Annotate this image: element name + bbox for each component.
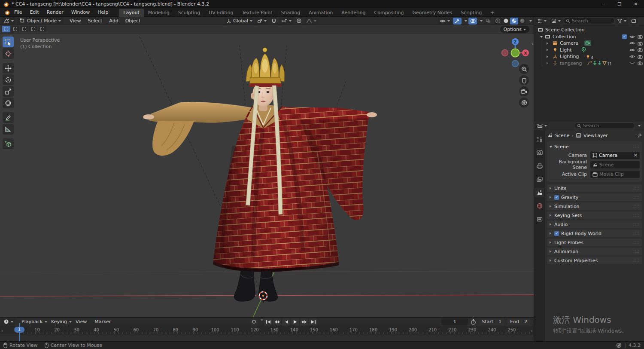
next-keyframe-button[interactable] <box>300 318 308 325</box>
expand-chevron-icon[interactable] <box>547 62 550 64</box>
end-frame-field[interactable]: End 2 <box>507 318 530 325</box>
gizmo-x-neg-axis[interactable] <box>502 50 508 56</box>
timeline-menu-view[interactable]: View <box>72 319 91 325</box>
timeline-menu-playback[interactable]: Playback <box>18 319 46 325</box>
snap-toggle[interactable] <box>270 18 278 24</box>
viewport-canvas[interactable] <box>0 34 534 317</box>
tool-measure[interactable] <box>3 124 14 135</box>
blender-menu-icon[interactable] <box>4 9 10 15</box>
show-overlays-toggle[interactable] <box>468 18 477 24</box>
properties-search-input[interactable]: Search <box>575 122 634 129</box>
disable-render-camera-icon[interactable] <box>638 61 643 65</box>
new-collection-button[interactable] <box>629 18 638 24</box>
panel-keying-sets[interactable]: Keying Sets:::: <box>547 211 642 219</box>
timeline-menu-marker[interactable]: Marker <box>91 319 115 325</box>
viewport-menu-view[interactable]: View <box>66 18 84 24</box>
active-clip-field[interactable]: Movie Clip <box>590 171 640 178</box>
select-mode-extend-button[interactable] <box>11 26 19 32</box>
workspace-tab-geometry-nodes[interactable]: Geometry Nodes <box>408 9 456 17</box>
shading-material-button[interactable] <box>510 18 518 24</box>
tab-view-layer[interactable] <box>535 174 544 184</box>
properties-options-dropdown[interactable] <box>638 125 641 128</box>
pivot-point-dropdown[interactable] <box>255 18 268 24</box>
stopwatch-icon[interactable] <box>471 319 476 325</box>
outliner-row-lighting[interactable]: Lighting 4 <box>542 53 644 60</box>
tab-render[interactable] <box>535 148 544 157</box>
outliner-display-mode-dropdown[interactable] <box>550 18 562 24</box>
gizmo-y-axis[interactable] <box>511 49 519 57</box>
timeline-collapse-arrow[interactable]: ‹ <box>531 328 533 334</box>
timeline-track-area[interactable] <box>0 334 534 341</box>
previous-keyframe-button[interactable] <box>273 318 281 325</box>
panel-simulation[interactable]: Simulation:::: <box>547 202 642 210</box>
panel-animation[interactable]: Animation:::: <box>547 248 642 255</box>
timeline-editor-type-button[interactable] <box>2 318 15 325</box>
hide-eye-icon[interactable] <box>629 35 635 39</box>
tab-collection-props[interactable] <box>535 214 544 224</box>
panel-units[interactable]: Units:::: <box>547 184 642 192</box>
outliner-row-scene-collection[interactable]: Scene Collection <box>534 27 644 34</box>
shading-solid-button[interactable] <box>502 18 510 24</box>
menu-window[interactable]: Window <box>67 9 94 15</box>
workspace-tab-compositing[interactable]: Compositing <box>370 9 408 17</box>
panel-gravity[interactable]: ✓Gravity:::: <box>547 193 642 201</box>
tool-select-box[interactable] <box>3 37 14 47</box>
minimize-button[interactable]: ─ <box>595 0 611 8</box>
workspace-tab-layout[interactable]: Layout <box>119 9 143 17</box>
hide-eye-icon[interactable] <box>629 41 635 45</box>
panel-light-probes[interactable]: Light Probes:::: <box>547 239 642 246</box>
auto-keying-toggle[interactable] <box>250 318 258 325</box>
pin-icon[interactable] <box>637 133 642 138</box>
outliner-filter-button[interactable] <box>616 18 628 24</box>
show-gizmo-toggle[interactable] <box>453 18 462 24</box>
timeline-ruler[interactable]: › ‹ 102030405060708090100110120130140150… <box>0 326 534 334</box>
outliner-row-collection[interactable]: Collection ✓ <box>534 34 644 40</box>
disable-render-camera-icon[interactable] <box>638 55 643 59</box>
gravity-checkbox[interactable]: ✓ <box>554 195 559 200</box>
zoom-button[interactable] <box>519 64 529 74</box>
tab-output[interactable] <box>535 161 544 171</box>
tool-rotate[interactable] <box>3 74 14 85</box>
outliner-row-light[interactable]: Light <box>542 47 644 54</box>
select-mode-intersect-button[interactable] <box>38 26 46 32</box>
disable-render-camera-icon[interactable] <box>638 41 643 46</box>
proportional-editing-toggle[interactable] <box>295 18 303 24</box>
expand-chevron-icon[interactable] <box>547 49 550 51</box>
timeline-channel-expand-arrow[interactable]: › <box>1 328 3 334</box>
menu-render[interactable]: Render <box>43 9 67 15</box>
scene-panel-header[interactable]: Scene :::: <box>550 143 640 150</box>
xray-toggle[interactable] <box>484 18 492 24</box>
rigid-body-world-checkbox[interactable]: ✓ <box>554 231 559 236</box>
menu-edit[interactable]: Edit <box>26 9 43 15</box>
workspace-tab-texture-paint[interactable]: Texture Paint <box>238 9 277 17</box>
outliner-search-input[interactable]: Search <box>564 18 614 24</box>
tool-scale[interactable] <box>3 86 14 97</box>
navigation-gizmo[interactable]: Z X Y <box>499 36 531 67</box>
disable-render-camera-icon[interactable] <box>638 48 643 52</box>
expand-chevron-icon[interactable] <box>547 42 550 45</box>
start-frame-field[interactable]: Start 1 <box>479 318 504 325</box>
tab-scene[interactable] <box>535 188 544 197</box>
current-frame-badge[interactable]: 1 <box>14 327 24 333</box>
outliner-row-tangseng[interactable]: tangseng 11 <box>542 60 644 67</box>
sidebar-collapse-arrow[interactable]: ‹ <box>532 41 533 46</box>
hide-eye-icon[interactable] <box>629 55 635 58</box>
disable-render-camera-icon[interactable] <box>638 34 643 39</box>
hide-eye-icon[interactable] <box>629 48 635 52</box>
eye-closed-icon[interactable] <box>629 61 635 65</box>
workspace-tab-shading[interactable]: Shading <box>277 9 305 17</box>
transform-orientation-dropdown[interactable]: Global <box>225 18 254 24</box>
add-workspace-button[interactable]: + <box>486 9 498 17</box>
tool-annotate[interactable] <box>3 112 14 123</box>
workspace-tab-modeling[interactable]: Modeling <box>144 9 174 17</box>
outliner-editor-type-button[interactable] <box>535 18 548 24</box>
outliner-row-camera[interactable]: Camera <box>542 40 644 47</box>
mode-dropdown[interactable]: Object Mode <box>17 17 64 24</box>
character-model-tangseng[interactable] <box>143 48 377 301</box>
workspace-tab-sculpting[interactable]: Sculpting <box>174 9 204 17</box>
play-button[interactable] <box>291 318 299 325</box>
expand-chevron-icon[interactable] <box>547 55 550 58</box>
select-mode-subtract-button[interactable] <box>20 26 28 32</box>
tool-move[interactable] <box>3 63 14 73</box>
viewport-menu-object[interactable]: Object <box>122 18 144 24</box>
